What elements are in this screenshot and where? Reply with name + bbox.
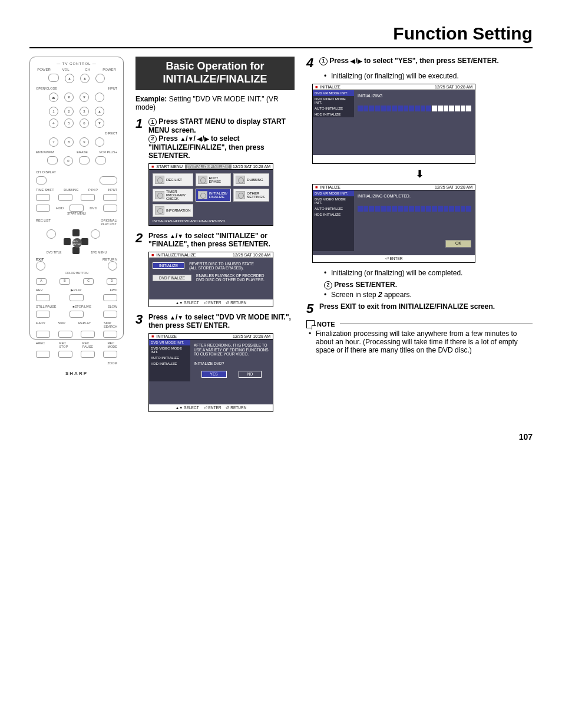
- arrow-right-icon: [204, 134, 209, 143]
- step-4b-bullet-2: Screen in step 2 appears.: [324, 291, 533, 299]
- arrow-down-icon: [177, 313, 183, 321]
- step-1: 1 1 Press START MENU to display START ME…: [135, 117, 295, 160]
- ent-button: [47, 156, 58, 164]
- num-6-button: 6: [80, 118, 89, 128]
- step-4b-bullets: Initializing (or finalizing) will be com…: [324, 269, 533, 277]
- return-button: [108, 261, 117, 271]
- osd4b-sidebar: DVD VR MODE INIT. DVD VIDEO MODE INIT. A…: [313, 190, 354, 251]
- replay-button: [81, 331, 95, 338]
- osd-timestamp: 12/25 SAT 10:28 AM: [435, 85, 472, 89]
- step-4: 4 1 Press / to select "YES", then press …: [306, 57, 533, 70]
- step-2-number: 2: [135, 232, 148, 248]
- step-4-bullet-1: Initializing (or finalizing) will be exe…: [324, 72, 533, 80]
- dvd-label: DVD: [85, 206, 102, 210]
- osd1-footer-text: INITIALIZES HDD/DVD AND FINALIZES DVD.: [153, 219, 269, 223]
- step-5: 5 Press EXIT to exit from INITIALIZE/FIN…: [306, 302, 533, 315]
- osd3-side-2: AUTO INITIALIZE: [149, 355, 190, 361]
- color-b-button: B: [59, 278, 70, 285]
- search-label: SKIP SEARCH: [104, 321, 117, 328]
- osd4a-side-3: HDD INITIALIZE: [313, 111, 354, 117]
- vol-down-button: ▼: [64, 93, 74, 102]
- osd4b-side-2: AUTO INITIALIZE: [313, 206, 354, 212]
- num-8-button: 8: [64, 137, 74, 147]
- rec-list-label: REC LIST: [36, 219, 51, 226]
- tv-control-label: — TV CONTROL —: [36, 62, 117, 65]
- erase-button: [79, 156, 90, 164]
- dpad-left: [64, 238, 71, 245]
- osd4b-main: INITIALIZING COMPLETED. OK: [354, 190, 475, 251]
- open-close-button: ⏏: [49, 93, 58, 102]
- color-a-button: A: [36, 278, 47, 285]
- content-columns: — TV CONTROL — POWER VOL CH POWER ▲ ▲ OP…: [29, 57, 533, 418]
- start-menu-button: [70, 205, 84, 212]
- right-column: 4 1 Press / to select "YES", then press …: [306, 57, 533, 418]
- progress-bar: [358, 106, 471, 111]
- osd-timestamp: 12/25 SAT 10:28 AM: [435, 185, 472, 189]
- color-c-button: C: [83, 278, 94, 285]
- osd-cell-information: INFORMATION: [153, 204, 193, 217]
- osd3-main: AFTER RECORDING, IT IS POSSIBLE TO USE A…: [190, 340, 273, 381]
- osd3-footer: ▲▼ SELECT ⏎ ENTER ↺ RETURN: [149, 404, 273, 411]
- num-3-button: 3: [80, 107, 89, 116]
- ch-down-2-button: ▼: [95, 118, 104, 128]
- direct-button: [95, 137, 104, 147]
- num-9-button: 9: [80, 137, 89, 147]
- rec-list-button: [47, 229, 56, 239]
- start-menu-label: START MENU: [36, 212, 117, 215]
- return-label: RETURN: [103, 258, 117, 261]
- step-2: 2 Press / to select "INITIALIZE" or "FIN…: [135, 232, 295, 248]
- osd-timestamp: 12/25 SAT 10:28 AM: [233, 164, 270, 169]
- vol-label: VOL: [58, 68, 74, 71]
- example-line: Example: Setting "DVD VR MODE INIT." (VR…: [135, 95, 295, 111]
- dpad: SET/ ENTER: [64, 229, 88, 254]
- remote-column: — TV CONTROL — POWER VOL CH POWER ▲ ▲ OP…: [29, 57, 124, 418]
- power-label-2: POWER: [101, 68, 117, 71]
- osd3-no: NO: [239, 371, 262, 378]
- arrow-left-icon: [351, 57, 355, 65]
- ch-up-button: ▲: [80, 74, 90, 83]
- page-title: Function Setting: [29, 24, 533, 44]
- osd-init-finalize: ■INITIALIZE/FINALIZE 12/25 SAT 10:28 AM …: [148, 252, 273, 307]
- play-button: [70, 294, 84, 301]
- brand-label: SHARP: [36, 371, 117, 376]
- arrow-up-icon: [170, 232, 176, 240]
- step-4-bullets: Initializing (or finalizing) will be exe…: [324, 72, 533, 80]
- osd3-yes: YES: [201, 371, 227, 378]
- note-text: Finalization processing will take anywhe…: [309, 330, 533, 354]
- main-power-button: [95, 74, 105, 83]
- arrow-left-icon: [197, 134, 202, 143]
- middle-column: Basic Operation for INITIALIZE/FINALIZE …: [135, 57, 295, 418]
- step-1-number: 1: [135, 117, 148, 160]
- osd4b-side-3: HDD INITIALIZE: [313, 212, 354, 218]
- step-4b-bullets-2: Screen in step 2 appears.: [324, 291, 533, 299]
- orig-pl-label: ORIGINAL/ PLAY LIST: [101, 219, 117, 226]
- ch-up-2-button: ▲: [95, 107, 104, 116]
- ent-ampm-label: ENT/AM/PM: [36, 150, 54, 154]
- osd-timestamp: 12/25 SAT 10:28 AM: [233, 334, 270, 338]
- osd-cell-init-finalize: INITIALIZE/ FINALIZE: [196, 189, 232, 202]
- down-arrow-icon: ⬇: [306, 167, 533, 180]
- osd2-row-initialize: INITIALIZE REVERTS DISC TO UNUSED STATE …: [153, 262, 269, 270]
- fadv-label: F.ADV: [36, 321, 45, 328]
- erase-label: ERASE: [77, 150, 88, 154]
- vcrplus-label: VCR PLUS+: [99, 150, 117, 154]
- input-button: [95, 93, 104, 102]
- fwd-label: FWD: [110, 288, 117, 292]
- osd-cell-rec-list: REC LIST: [153, 173, 193, 186]
- slow-label: SLOW: [108, 305, 117, 308]
- skip-button: [58, 331, 72, 338]
- osd4a-sidebar: DVD VR MODE INIT. DVD VIDEO MODE INIT. A…: [313, 90, 354, 117]
- substep-1-icon: 1: [319, 57, 328, 65]
- search-button: [103, 331, 117, 338]
- dpad-down: [72, 247, 80, 254]
- remote-illustration: — TV CONTROL — POWER VOL CH POWER ▲ ▲ OP…: [29, 57, 124, 340]
- rec-button: [36, 351, 50, 358]
- osd-cell-dubbing: DUBBING: [233, 173, 269, 186]
- exit-button: [36, 261, 45, 271]
- tv-power-button: [48, 74, 59, 82]
- step-3-body: Press / to select "DVD VR MODE INIT.", t…: [148, 313, 295, 330]
- step-5-number: 5: [306, 302, 319, 315]
- skip-label: SKIP: [58, 321, 65, 328]
- note-icon: [306, 320, 315, 328]
- vcrplus-button: [95, 156, 106, 164]
